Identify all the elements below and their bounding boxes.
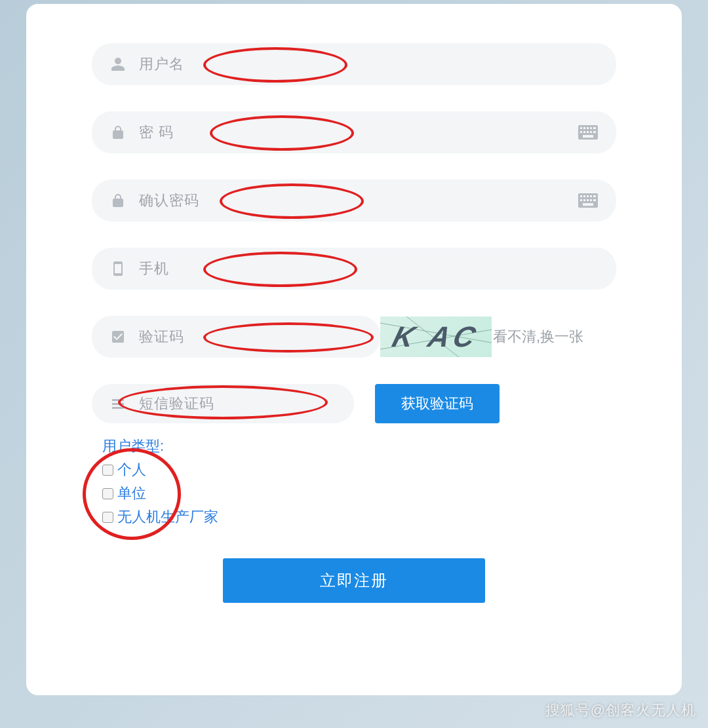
refresh-captcha-link[interactable]: 看不清,换一张	[493, 327, 583, 347]
annotation-ellipse	[203, 47, 347, 83]
svg-rect-13	[580, 195, 582, 197]
annotation-ellipse	[210, 115, 354, 151]
lock-icon	[110, 125, 126, 140]
confirm-password-label: 确认密码	[139, 191, 199, 210]
captcha-input[interactable]: 验证码	[92, 316, 380, 358]
user-icon	[110, 56, 126, 72]
svg-rect-9	[590, 131, 592, 133]
keyboard-icon[interactable]	[578, 125, 598, 140]
checkbox-label[interactable]: 个人	[117, 460, 146, 480]
phone-icon	[110, 261, 126, 277]
captcha-row: 验证码 K AC 看不清,换一张	[92, 316, 616, 358]
svg-rect-11	[583, 135, 593, 138]
sms-code-label: 短信验证码	[139, 394, 214, 413]
svg-rect-1	[580, 127, 582, 129]
svg-rect-18	[580, 199, 582, 201]
checkbox[interactable]	[102, 512, 113, 523]
sms-code-input[interactable]: 短信验证码	[92, 384, 354, 423]
check-icon	[110, 329, 126, 345]
password-row[interactable]: 密 码	[92, 111, 616, 153]
svg-rect-4	[590, 127, 592, 129]
lock-icon	[110, 193, 126, 208]
svg-rect-16	[590, 195, 592, 197]
password-label: 密 码	[139, 123, 174, 142]
svg-rect-23	[583, 203, 593, 206]
checkbox[interactable]	[102, 488, 113, 499]
sms-row: 短信验证码 获取验证码	[92, 384, 616, 423]
list-icon	[110, 396, 126, 412]
phone-label: 手机	[139, 259, 169, 278]
svg-rect-15	[587, 195, 589, 197]
svg-rect-29	[112, 407, 124, 409]
svg-rect-7	[583, 131, 585, 133]
checkbox[interactable]	[102, 465, 113, 476]
register-button[interactable]: 立即注册	[223, 558, 485, 603]
user-type-option-personal[interactable]: 个人	[102, 460, 616, 480]
confirm-password-row[interactable]: 确认密码	[92, 180, 616, 221]
svg-rect-21	[590, 199, 592, 201]
svg-rect-2	[583, 127, 585, 129]
watermark-text: 搜狐号@创客火无人机	[545, 700, 696, 720]
username-row[interactable]: 用户名	[92, 43, 616, 85]
svg-rect-17	[593, 195, 596, 197]
phone-row[interactable]: 手机	[92, 248, 616, 290]
captcha-value: K AC	[389, 320, 482, 353]
svg-rect-5	[593, 127, 596, 129]
svg-rect-6	[580, 131, 582, 133]
svg-rect-14	[583, 195, 585, 197]
svg-rect-3	[587, 127, 589, 129]
checkbox-label[interactable]: 单位	[117, 484, 146, 503]
user-type-title: 用户类型:	[102, 436, 616, 456]
svg-rect-8	[587, 131, 589, 133]
captcha-image: K AC	[380, 316, 492, 357]
user-type-block: 用户类型: 个人 单位 无人机生产厂家	[102, 436, 616, 527]
svg-rect-10	[593, 131, 596, 133]
registration-card: 用户名 密 码 确认密码 手机	[26, 4, 682, 695]
annotation-ellipse	[220, 183, 364, 219]
keyboard-icon[interactable]	[578, 193, 598, 208]
user-type-option-manufacturer[interactable]: 无人机生产厂家	[102, 507, 616, 527]
annotation-ellipse	[203, 252, 357, 287]
username-label: 用户名	[139, 54, 184, 74]
get-sms-code-button[interactable]: 获取验证码	[375, 384, 500, 423]
svg-rect-28	[112, 403, 124, 405]
checkbox-label[interactable]: 无人机生产厂家	[117, 507, 218, 527]
user-type-option-organization[interactable]: 单位	[102, 484, 616, 503]
svg-rect-20	[587, 199, 589, 201]
svg-rect-27	[112, 399, 124, 401]
svg-rect-19	[583, 199, 585, 201]
captcha-label: 验证码	[139, 327, 184, 347]
annotation-ellipse	[203, 322, 374, 353]
svg-rect-22	[593, 199, 596, 201]
